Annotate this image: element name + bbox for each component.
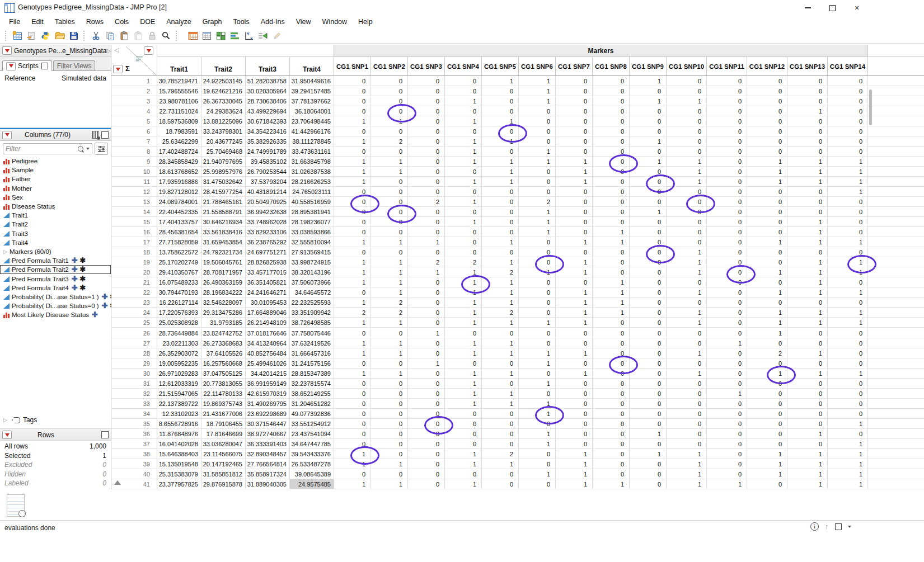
grid-cell[interactable]: 28.826825938 <box>246 257 290 267</box>
grid-cell[interactable]: 1 <box>828 459 868 469</box>
row-number[interactable]: 32 <box>111 389 157 399</box>
grid-cell[interactable]: 1 <box>371 277 408 287</box>
grid-cell[interactable]: 0 <box>371 106 408 116</box>
grid-cell[interactable]: 0 <box>707 348 747 358</box>
grid-cell[interactable]: 28.730638406 <box>246 96 290 106</box>
grid-cell[interactable]: 16.226127114 <box>157 297 201 308</box>
grid-cell[interactable]: 0 <box>408 277 445 287</box>
grid-cell[interactable]: 0 <box>707 157 747 167</box>
grid-cell[interactable]: 30.371546447 <box>246 419 290 429</box>
grid-cell[interactable]: 1 <box>787 227 828 237</box>
column-item[interactable]: Probability( Di...ase Status=0 )✚✱ <box>0 301 111 310</box>
grid-cell[interactable]: 1 <box>482 277 519 287</box>
grid-cell[interactable]: 0 <box>667 106 707 116</box>
grid-cell[interactable]: 0 <box>787 328 828 338</box>
python-icon[interactable] <box>39 29 52 42</box>
grid-cell[interactable]: 0 <box>747 399 787 409</box>
menu-item-help[interactable]: Help <box>353 17 378 27</box>
row-number[interactable]: 24 <box>111 308 157 318</box>
grid-cell[interactable]: 0 <box>556 379 593 389</box>
grid-cell[interactable]: 0 <box>556 96 593 106</box>
grid-cell[interactable]: 0 <box>667 429 707 439</box>
grid-cell[interactable]: 1 <box>519 86 556 96</box>
grid-cell[interactable]: 1 <box>667 459 707 469</box>
grid-cell[interactable]: 0 <box>593 197 630 207</box>
grid-cell[interactable]: 16.041402028 <box>157 439 201 449</box>
grid-cell[interactable]: 1 <box>371 338 408 348</box>
grid-cell[interactable]: 0 <box>445 167 482 177</box>
grid-cell[interactable]: 31.9793185 <box>201 318 246 328</box>
grid-cell[interactable]: 15.135019548 <box>157 459 201 469</box>
grid-cell[interactable]: 1 <box>667 369 707 379</box>
grid-cell[interactable]: 31.663845798 <box>290 157 334 167</box>
grid-cell[interactable]: 1 <box>630 157 667 167</box>
grid-cell[interactable]: 0 <box>747 126 787 136</box>
grid-cell[interactable]: 26.214948109 <box>246 318 290 328</box>
grid-cell[interactable]: 24.9575485 <box>290 479 334 489</box>
grid-cell[interactable]: 28.216626253 <box>290 177 334 187</box>
grid-cell[interactable]: 16.257560668 <box>201 358 246 369</box>
grid-cell[interactable]: 0 <box>445 126 482 136</box>
grid-cell[interactable]: 0 <box>445 227 482 237</box>
grid-cell[interactable]: 0 <box>593 76 630 86</box>
grid-cell[interactable]: 2 <box>445 257 482 267</box>
graph-builder-icon[interactable] <box>228 29 241 42</box>
grid-cell[interactable]: 1 <box>482 399 519 409</box>
grid-cell[interactable]: 1 <box>593 287 630 297</box>
grid-cell[interactable]: 38.320143196 <box>290 267 334 277</box>
lock-icon[interactable] <box>146 29 158 42</box>
grid-cell[interactable]: 0 <box>408 449 445 459</box>
grid-cell[interactable]: 0 <box>747 419 787 429</box>
grid-cell[interactable]: 29.313475286 <box>201 308 246 318</box>
grid-cell[interactable]: 31.659453854 <box>201 237 246 247</box>
grid-cell[interactable]: 0 <box>371 328 408 338</box>
tags-row[interactable]: ▷ Tags <box>0 416 111 424</box>
grid-cell[interactable]: 0 <box>707 247 747 257</box>
grid-cell[interactable]: 1 <box>630 449 667 459</box>
grid-cell[interactable]: 1 <box>667 167 707 177</box>
chevron-down-icon[interactable] <box>86 148 90 150</box>
menu-item-window[interactable]: Window <box>317 17 353 27</box>
grid-cell[interactable]: 0 <box>408 297 445 308</box>
row-number[interactable]: 22 <box>111 287 157 297</box>
grid-cell[interactable]: 21.431677006 <box>201 409 246 419</box>
grid-cell[interactable]: 0 <box>828 358 868 369</box>
grid-cell[interactable]: 1 <box>445 197 482 207</box>
paste-special-icon[interactable] <box>132 29 144 42</box>
minimize-button[interactable] <box>795 0 820 16</box>
grid-cell[interactable]: 1 <box>334 237 371 247</box>
grid-cell[interactable]: 0 <box>408 409 445 419</box>
grid-cell[interactable]: 0 <box>630 257 667 267</box>
grid-cell[interactable]: 0 <box>482 197 519 207</box>
grid-cell[interactable]: 1 <box>828 237 868 247</box>
grid-cell[interactable]: 0 <box>707 126 747 136</box>
scripts-checkbox[interactable] <box>41 63 48 69</box>
grid-cell[interactable]: 1 <box>371 167 408 177</box>
grid-cell[interactable]: 19.827128012 <box>157 187 201 197</box>
grid-cell[interactable]: 38.652149255 <box>290 389 334 399</box>
data-table-icon[interactable] <box>186 29 199 42</box>
grid-cell[interactable]: 32.890348457 <box>246 449 290 459</box>
grid-cell[interactable]: 43.499229694 <box>246 106 290 116</box>
grid-cell[interactable]: 0 <box>630 389 667 399</box>
column-item[interactable]: Most Likely Disease Status✚ <box>0 310 111 319</box>
grid-cell[interactable]: 17.404133757 <box>157 217 201 227</box>
open-folder-icon[interactable] <box>53 29 66 42</box>
grid-cell[interactable]: 1 <box>787 167 828 177</box>
script-item[interactable]: Reference <box>4 74 35 127</box>
column-item[interactable]: Sample <box>0 166 111 174</box>
grid-cell[interactable]: 0 <box>747 338 787 348</box>
row-number[interactable]: 28 <box>111 348 157 358</box>
recode-icon[interactable] <box>214 29 227 42</box>
grid-cell[interactable]: 28.815347389 <box>290 369 334 379</box>
grid-cell[interactable]: 0 <box>667 207 707 217</box>
grid-cell[interactable]: 0 <box>556 197 593 207</box>
grid-cell[interactable]: 0 <box>556 126 593 136</box>
grid-cell[interactable]: 18.7983591 <box>157 126 201 136</box>
grid-cell[interactable]: 0 <box>828 409 868 419</box>
row-number[interactable]: 8 <box>111 147 157 157</box>
grid-cell[interactable]: 0 <box>408 348 445 358</box>
row-number[interactable]: 37 <box>111 439 157 449</box>
grid-cell[interactable]: 1 <box>445 308 482 318</box>
grid-cell[interactable]: 1 <box>334 277 371 287</box>
